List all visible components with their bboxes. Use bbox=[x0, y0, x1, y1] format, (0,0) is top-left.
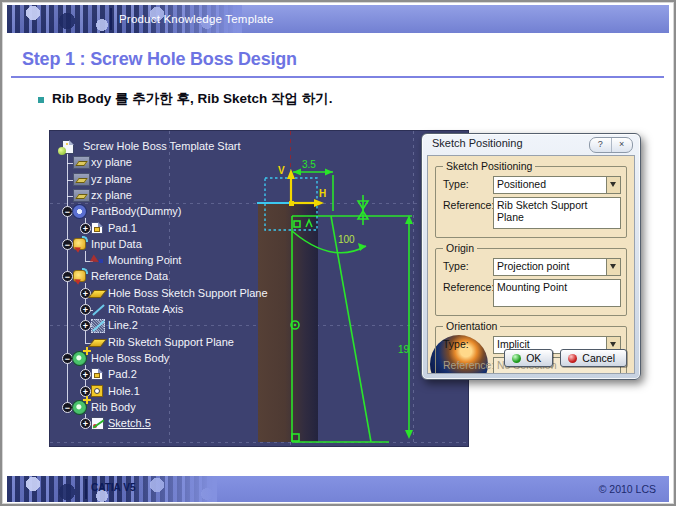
ok-button[interactable]: OK bbox=[504, 349, 553, 367]
origin-reference-field[interactable]: Mounting Point bbox=[493, 279, 621, 307]
footer-separator bbox=[85, 479, 87, 499]
pad-icon bbox=[91, 222, 103, 234]
axis-h-label: H bbox=[319, 188, 326, 199]
plane-yellow-icon bbox=[88, 339, 107, 347]
tree-item-label: Line.2 bbox=[108, 319, 138, 331]
tree-item[interactable]: Screw Hole Boss Template Start bbox=[54, 139, 289, 155]
body-gear-icon bbox=[73, 352, 86, 365]
dialog-button-row: OK Cancel bbox=[504, 349, 627, 367]
tree-item[interactable]: −Rib Body bbox=[54, 400, 289, 416]
expand-icon[interactable]: + bbox=[80, 223, 91, 234]
expand-icon[interactable]: + bbox=[80, 320, 91, 331]
tree-item-label: Mounting Point bbox=[108, 254, 181, 266]
catia-viewport[interactable]: 3.5 100 19 V H Screw Hole Boss Template … bbox=[50, 131, 468, 446]
dim-angle-label: 100 bbox=[338, 234, 355, 245]
tree-item[interactable]: yz plane bbox=[54, 172, 289, 188]
cancel-ball-icon bbox=[568, 354, 577, 363]
data-icon bbox=[73, 270, 86, 282]
slide: Product Knowledge Template Step 1 : Scre… bbox=[0, 0, 676, 506]
tree-item-label: Rib Body bbox=[91, 401, 136, 413]
ok-button-label: OK bbox=[526, 352, 541, 364]
dim-width-label: 3.5 bbox=[302, 159, 316, 170]
sketch-positioning-dialog: Sketch Positioning ? × Sketch Positionin… bbox=[421, 133, 641, 380]
plane-gray-icon bbox=[73, 156, 90, 169]
tree-item-label: Reference Data bbox=[91, 270, 168, 282]
tree-item[interactable]: +Sketch.5 bbox=[54, 416, 289, 432]
collapse-icon[interactable]: − bbox=[62, 353, 73, 364]
axis-icon bbox=[91, 303, 105, 316]
tree-item-label: Hole Boss Sketch Support Plane bbox=[108, 287, 268, 299]
tree-item-label: yz plane bbox=[91, 173, 132, 185]
tree-item[interactable]: xy plane bbox=[54, 155, 289, 171]
dialog-body: Sketch Positioning Type: Positioned Refe… bbox=[427, 155, 635, 374]
tree-item-label: Hole Boss Body bbox=[91, 352, 169, 364]
tree-item[interactable]: +Line.2 bbox=[54, 318, 289, 334]
combo-value: Projection point bbox=[497, 260, 569, 272]
expand-icon[interactable]: + bbox=[80, 304, 91, 315]
body-gear-icon bbox=[73, 401, 86, 414]
tree-item[interactable]: zx plane bbox=[54, 188, 289, 204]
plane-gray-icon bbox=[73, 173, 90, 186]
reference-label: Reference: bbox=[443, 279, 493, 293]
specification-tree: Screw Hole Boss Template Startxy planeyz… bbox=[54, 131, 289, 446]
tree-item-label: Rib Rotate Axis bbox=[108, 303, 183, 315]
footer-right-label: © 2010 LCS bbox=[599, 476, 656, 502]
tree-item[interactable]: −PartBody(Dummy) bbox=[54, 204, 289, 220]
type-label: Type: bbox=[443, 258, 493, 272]
sketch-icon bbox=[91, 417, 104, 430]
data-icon bbox=[73, 238, 86, 250]
title-rule bbox=[11, 76, 664, 78]
ok-ball-icon bbox=[512, 354, 521, 363]
chevron-down-icon[interactable] bbox=[606, 177, 620, 193]
tree-item-label: xy plane bbox=[91, 156, 132, 168]
reference-label: Reference: bbox=[443, 197, 493, 211]
tree-item[interactable]: +Pad.1 bbox=[54, 221, 289, 237]
positioning-type-combo[interactable]: Positioned bbox=[493, 176, 621, 194]
collapse-icon[interactable]: − bbox=[62, 206, 73, 217]
line-sel-icon bbox=[91, 319, 105, 333]
group-label: Origin bbox=[443, 242, 477, 254]
chevron-down-icon[interactable] bbox=[606, 259, 620, 275]
tree-item-label: Pad.2 bbox=[108, 368, 137, 380]
pad-icon bbox=[91, 368, 103, 380]
cancel-button[interactable]: Cancel bbox=[560, 349, 627, 367]
origin-type-combo[interactable]: Projection point bbox=[493, 258, 621, 276]
dialog-titlebar-buttons: ? × bbox=[589, 137, 633, 153]
dim-height-label: 19 bbox=[398, 344, 410, 355]
tree-item-label: Screw Hole Boss Template Start bbox=[83, 140, 241, 152]
tree-item[interactable]: +Pad.2 bbox=[54, 367, 289, 383]
expand-icon[interactable]: + bbox=[80, 369, 91, 380]
group-origin: Origin Type: Projection point Reference:… bbox=[435, 248, 627, 316]
part-root-icon bbox=[62, 140, 74, 154]
expand-icon[interactable]: + bbox=[80, 418, 91, 429]
tree-item[interactable]: −Input Data bbox=[54, 237, 289, 253]
type-label: Type: bbox=[443, 336, 493, 350]
tree-item[interactable]: +Rib Rotate Axis bbox=[54, 302, 289, 318]
point-icon bbox=[91, 254, 104, 267]
collapse-icon[interactable]: − bbox=[62, 402, 73, 413]
dialog-title: Sketch Positioning bbox=[432, 137, 523, 149]
combo-value: Positioned bbox=[497, 178, 546, 190]
header-separator bbox=[110, 8, 112, 30]
tree-item-label: Pad.1 bbox=[108, 222, 137, 234]
page-title: Step 1 : Screw Hole Boss Design bbox=[22, 49, 297, 70]
group-label: Orientation bbox=[443, 320, 500, 332]
help-icon[interactable]: ? bbox=[590, 138, 611, 152]
partbody-icon bbox=[73, 205, 86, 218]
plane-gray-icon bbox=[73, 189, 90, 202]
tree-item[interactable]: +Hole Boss Sketch Support Plane bbox=[54, 286, 289, 302]
tree-item[interactable]: −Reference Data bbox=[54, 269, 289, 285]
tree-item-label: Input Data bbox=[91, 238, 142, 250]
tree-item[interactable]: −Hole Boss Body bbox=[54, 351, 289, 367]
hole-icon bbox=[91, 385, 103, 397]
positioning-reference-field[interactable]: Rib Sketch Support Plane bbox=[493, 197, 621, 229]
reference-label: Reference: bbox=[443, 357, 493, 371]
tree-item-label: Sketch.5 bbox=[108, 417, 151, 429]
header-title: Product Knowledge Template bbox=[119, 5, 274, 33]
group-label: Sketch Positioning bbox=[443, 160, 535, 172]
tree-item[interactable]: Mounting Point bbox=[54, 253, 289, 269]
tree-item-label: zx plane bbox=[91, 189, 132, 201]
footer-band: CATIA V5 © 2010 LCS bbox=[7, 476, 669, 502]
close-icon[interactable]: × bbox=[611, 138, 633, 152]
bullet-square-icon bbox=[38, 97, 44, 103]
